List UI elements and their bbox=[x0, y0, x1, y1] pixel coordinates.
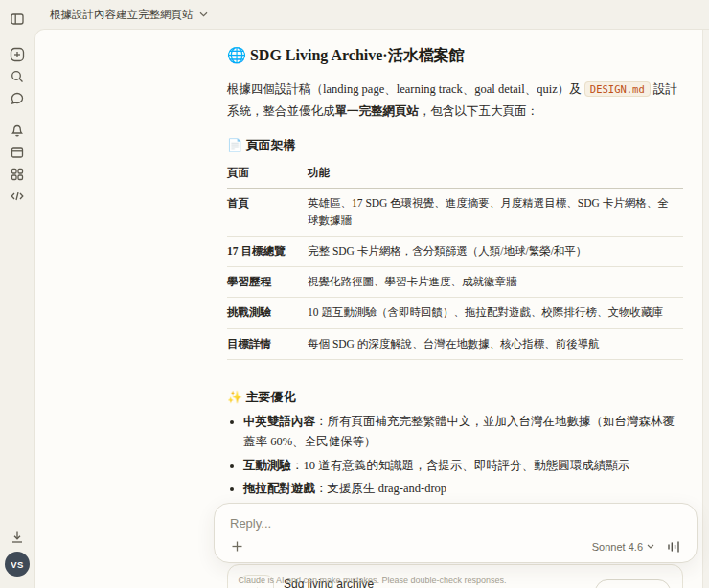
chat-panel: 🌐 SDG Living Archive·活水檔案館 根據四個設計稿（landi… bbox=[34, 29, 709, 588]
list-item: 中英雙語內容：所有頁面補充完整繁體中文，並加入台灣在地數據（如台灣森林覆蓋率 6… bbox=[243, 412, 683, 453]
list-item: 互動測驗：10 道有意義的知識題，含提示、即時評分、動態圓環成績顯示 bbox=[243, 456, 683, 477]
download-sidebar-button[interactable] bbox=[7, 526, 29, 548]
table-header-function: 功能 bbox=[308, 158, 683, 189]
plus-icon bbox=[10, 47, 25, 62]
page-structure-table: 頁面 功能 首頁英雄區、17 SDG 色環視覺、進度摘要、月度精選目標、SDG … bbox=[227, 158, 683, 360]
table-header-page: 頁面 bbox=[227, 158, 308, 189]
table-row: 目標詳情每個 SDG 的深度解說、台灣在地數據、核心指標、前後導航 bbox=[227, 328, 683, 359]
apps-button[interactable] bbox=[7, 163, 29, 185]
table-header-row: 頁面 功能 bbox=[227, 158, 683, 189]
download-icon bbox=[10, 530, 25, 545]
bell-icon bbox=[10, 123, 25, 138]
chats-button[interactable] bbox=[7, 87, 29, 109]
user-avatar[interactable]: VS bbox=[5, 552, 30, 577]
model-name: Sonnet 4.6 bbox=[592, 541, 643, 553]
table-row: 挑戰測驗10 題互動測驗（含即時回饋）、拖拉配對遊戲、校際排行榜、文物收藏庫 bbox=[227, 298, 683, 328]
sidebar: VS bbox=[0, 0, 34, 588]
projects-button[interactable] bbox=[7, 141, 29, 163]
code-button[interactable] bbox=[7, 185, 29, 207]
table-row: 17 目標總覽完整 SDG 卡片網格，含分類篩選（人類/地球/繁榮/和平） bbox=[227, 236, 683, 266]
chat-bubble-icon bbox=[10, 91, 25, 106]
intro-paragraph: 根據四個設計稿（landing page、learning track、goal… bbox=[227, 79, 683, 122]
grid-icon bbox=[10, 167, 25, 182]
code-icon bbox=[10, 189, 25, 204]
intro-text-3: ，包含以下五大頁面： bbox=[419, 104, 538, 118]
chevron-down-icon bbox=[199, 11, 208, 17]
intro-bold: 單一完整網頁站 bbox=[335, 104, 420, 118]
inline-code-design-md: DESIGN.md bbox=[584, 81, 651, 97]
new-chat-button[interactable] bbox=[7, 43, 29, 65]
composer-toolbar: Sonnet 4.6 bbox=[230, 539, 681, 554]
voice-input-button[interactable] bbox=[666, 540, 681, 554]
section-optimizations-heading: ✨ 主要優化 bbox=[227, 389, 683, 406]
sidebar-toggle-button[interactable] bbox=[7, 8, 29, 30]
scrollbar[interactable] bbox=[702, 30, 709, 588]
page-table-body: 首頁英雄區、17 SDG 色環視覺、進度摘要、月度精選目標、SDG 卡片網格、全… bbox=[227, 189, 683, 360]
waveform-icon bbox=[666, 540, 681, 554]
conversation-title: 根據設計內容建立完整網頁站 bbox=[50, 8, 194, 22]
sidebar-lower-group bbox=[7, 119, 29, 207]
table-row: 學習歷程視覺化路徑圖、學習卡片進度、成就徽章牆 bbox=[227, 267, 683, 298]
section-page-structure-heading: 📄 頁面架構 bbox=[227, 137, 683, 154]
chevron-down-icon bbox=[647, 544, 654, 549]
reply-input[interactable]: Reply... bbox=[230, 516, 681, 531]
model-selector[interactable]: Sonnet 4.6 bbox=[592, 541, 654, 553]
reply-composer[interactable]: Reply... Sonnet 4.6 bbox=[214, 503, 698, 563]
box-icon bbox=[10, 145, 25, 160]
disclaimer: Claude is AI and can make mistakes. Plea… bbox=[35, 576, 709, 585]
table-row: 首頁英雄區、17 SDG 色環視覺、進度摘要、月度精選目標、SDG 卡片網格、全… bbox=[227, 189, 683, 237]
sidebar-top-group bbox=[7, 43, 29, 109]
notifications-button[interactable] bbox=[7, 119, 29, 141]
search-button[interactable] bbox=[7, 65, 29, 87]
intro-text-1: 根據四個設計稿（landing page、learning track、goal… bbox=[227, 82, 584, 96]
list-item: 拖拉配對遊戲：支援原生 drag-and-drop bbox=[243, 479, 683, 500]
message-title: 🌐 SDG Living Archive·活水檔案館 bbox=[227, 46, 683, 66]
sidebar-toggle-icon bbox=[10, 11, 25, 27]
attach-button[interactable] bbox=[230, 539, 244, 554]
topbar: 根據設計內容建立完整網頁站 bbox=[34, 0, 709, 29]
conversation-title-button[interactable]: 根據設計內容建立完整網頁站 bbox=[46, 6, 212, 24]
plus-icon bbox=[230, 539, 244, 554]
search-icon bbox=[10, 69, 25, 84]
composer-right-group: Sonnet 4.6 bbox=[592, 540, 681, 554]
